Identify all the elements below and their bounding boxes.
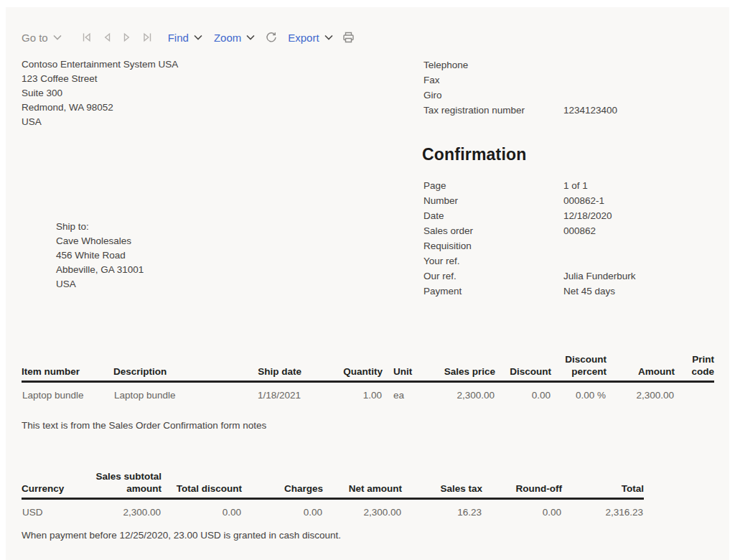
item-lines-table: Item number Description Ship date Quanti…: [22, 353, 714, 401]
col-print-code: Print code: [675, 353, 714, 382]
detail-row: Page 1 of 1: [423, 178, 636, 193]
detail-label: Payment: [423, 284, 563, 299]
detail-row: Our ref. Julia Funderburk: [423, 269, 636, 284]
col-currency: Currency: [22, 470, 81, 499]
cell-print-code: [675, 382, 714, 402]
next-page-icon[interactable]: [117, 32, 137, 43]
contact-row: Giro: [423, 88, 617, 103]
chevron-down-icon: [53, 34, 62, 40]
totals-header-row: Currency Sales subtotal amount Total dis…: [22, 470, 644, 499]
export-label: Export: [288, 32, 319, 44]
detail-row: Requisition: [423, 238, 636, 253]
col-round-off: Round-off: [482, 470, 562, 499]
contact-row: Telephone: [423, 57, 617, 73]
col-ship-date: Ship date: [239, 353, 301, 382]
ship-to-street: 456 White Road: [56, 248, 144, 263]
col-amount: Amount: [607, 353, 675, 382]
cell-total: 2,316.23: [562, 499, 644, 519]
item-table-header-row: Item number Description Ship date Quanti…: [22, 353, 714, 382]
page-navigation: [76, 32, 158, 43]
viewer-toolbar: Go to Find Zoom: [22, 27, 355, 47]
detail-value: 000862-1: [563, 193, 604, 208]
cell-item-number: Laptop bundle: [22, 382, 113, 402]
col-item-number: Item number: [22, 353, 113, 382]
cell-discount: 0.00: [495, 382, 551, 402]
detail-row: Payment Net 45 days: [423, 284, 636, 299]
chevron-down-icon: [246, 34, 255, 40]
contact-label: Tax registration number: [423, 103, 563, 118]
ship-to-name: Cave Wholesales: [56, 234, 144, 248]
contact-label: Fax: [423, 73, 563, 88]
cell-charges: 0.00: [242, 499, 323, 519]
zoom-menu-button[interactable]: Zoom: [214, 32, 255, 44]
page-title: Confirmation: [422, 145, 527, 164]
goto-menu-button[interactable]: Go to: [22, 32, 62, 44]
document-details: Page 1 of 1 Number 000862-1 Date 12/18/2…: [423, 178, 636, 299]
cell-sales-tax: 16.23: [402, 499, 482, 519]
detail-label: Our ref.: [423, 269, 563, 284]
chevron-down-icon: [194, 34, 202, 40]
table-row: Laptop bundle Laptop bundle 1/18/2021 1.…: [22, 382, 714, 402]
col-total-discount: Total discount: [161, 470, 242, 499]
first-page-icon[interactable]: [76, 32, 97, 43]
report-viewer: Go to Find Zoom: [0, 0, 735, 560]
detail-row: Your ref.: [423, 253, 636, 269]
chevron-down-icon: [324, 34, 333, 40]
cell-round-off: 0.00: [482, 499, 562, 519]
col-quantity: Quantity: [301, 353, 383, 382]
col-description: Description: [113, 353, 239, 382]
cell-unit: ea: [383, 382, 420, 402]
cell-discount-percent: 0.00 %: [551, 382, 607, 402]
export-menu-button[interactable]: Export: [288, 32, 332, 44]
print-icon[interactable]: [342, 31, 355, 44]
company-city: Redmond, WA 98052: [22, 101, 178, 115]
detail-value: 000862: [563, 223, 596, 238]
company-address: Contoso Entertainment System USA 123 Cof…: [22, 57, 178, 129]
cell-currency: USD: [22, 499, 81, 519]
company-suite: Suite 300: [22, 86, 178, 101]
find-label: Find: [168, 32, 189, 44]
detail-label: Number: [423, 193, 563, 208]
detail-label: Date: [423, 208, 563, 223]
cell-sales-price: 2,300.00: [420, 382, 495, 402]
col-sales-subtotal-amount: Sales subtotal amount: [81, 470, 161, 499]
previous-page-icon[interactable]: [97, 32, 117, 43]
totals-table: Currency Sales subtotal amount Total dis…: [22, 470, 644, 518]
find-menu-button[interactable]: Find: [168, 32, 202, 44]
cell-ship-date: 1/18/2021: [239, 382, 301, 402]
ship-to-city: Abbeville, GA 31001: [56, 263, 144, 277]
detail-label: Page: [423, 178, 563, 193]
contact-row: Fax: [423, 73, 617, 88]
detail-value: Net 45 days: [563, 284, 615, 299]
detail-row: Sales order 000862: [423, 223, 636, 238]
refresh-icon[interactable]: [265, 31, 278, 44]
col-total: Total: [562, 470, 644, 499]
goto-label: Go to: [22, 32, 48, 44]
cell-total-discount: 0.00: [161, 499, 242, 519]
cell-net-amount: 2,300.00: [323, 499, 402, 519]
company-country: USA: [22, 115, 178, 129]
table-row: USD 2,300.00 0.00 0.00 2,300.00 16.23 0.…: [22, 499, 644, 519]
cell-sales-subtotal-amount: 2,300.00: [81, 499, 161, 519]
cell-quantity: 1.00: [301, 382, 383, 402]
contact-label: Giro: [423, 88, 563, 103]
col-sales-tax: Sales tax: [402, 470, 482, 499]
contact-row: Tax registration number 1234123400: [423, 103, 617, 118]
detail-row: Date 12/18/2020: [423, 208, 636, 223]
detail-label: Requisition: [423, 238, 563, 253]
detail-label: Sales order: [423, 223, 563, 238]
ship-to-caption: Ship to:: [56, 220, 144, 234]
ship-to-address: Ship to: Cave Wholesales 456 White Road …: [56, 220, 144, 291]
detail-label: Your ref.: [423, 253, 563, 269]
last-page-icon[interactable]: [137, 32, 158, 43]
zoom-label: Zoom: [214, 32, 241, 44]
col-net-amount: Net amount: [323, 470, 402, 499]
contact-value: 1234123400: [563, 103, 617, 118]
company-street: 123 Coffee Street: [22, 72, 178, 86]
cash-discount-note: When payment before 12/25/2020, 23.00 US…: [22, 530, 341, 541]
contact-label: Telephone: [423, 57, 563, 73]
col-sales-price: Sales price: [420, 353, 495, 382]
detail-value: 1 of 1: [563, 178, 588, 193]
col-discount: Discount: [495, 353, 551, 382]
detail-row: Number 000862-1: [423, 193, 636, 208]
